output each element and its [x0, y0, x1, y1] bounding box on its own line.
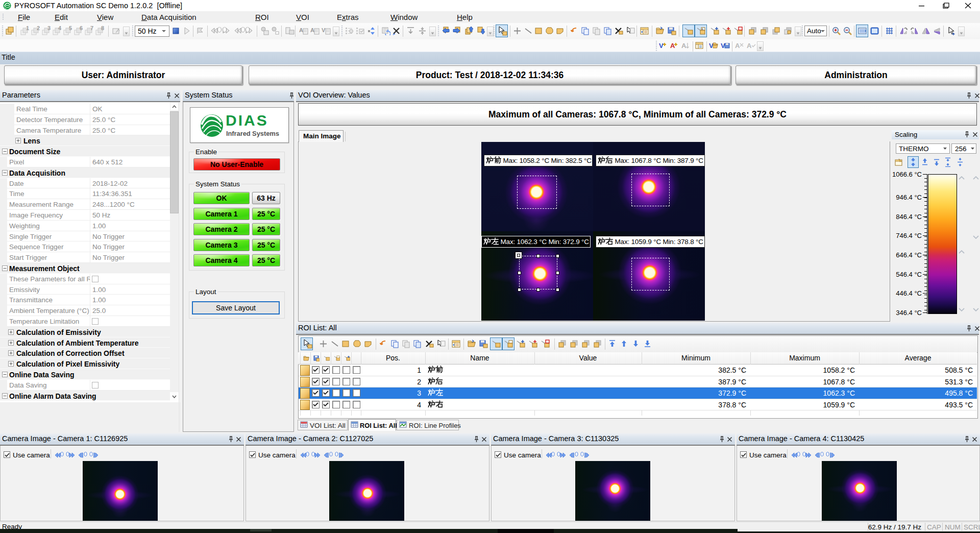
svg-text:A: A — [681, 42, 687, 50]
svg-text:A: A — [299, 27, 303, 33]
svg-text:A: A — [310, 27, 314, 33]
svg-text:V: V — [659, 42, 664, 50]
svg-text:V: V — [322, 27, 326, 33]
svg-text:A: A — [670, 42, 675, 50]
svg-text:A: A — [747, 42, 752, 50]
svg-text:A: A — [735, 42, 740, 50]
